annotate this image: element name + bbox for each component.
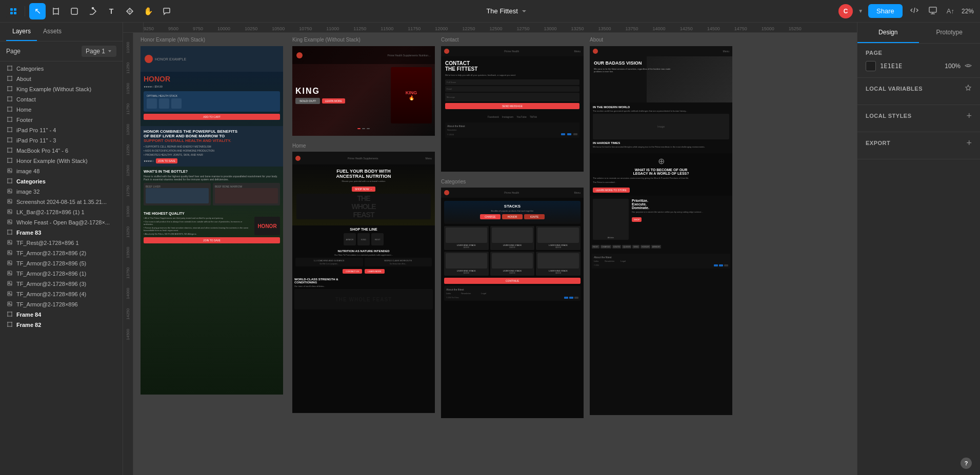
ruler-v-mark: 14000 [123,279,133,299]
layer-item[interactable]: TF_Armor@2-1728×896 (2) [0,248,123,258]
tab-design[interactable]: Design [857,23,919,43]
page-color-swatch[interactable] [866,61,876,71]
frame-layer-icon [6,322,13,328]
layer-item[interactable]: Categories [0,64,123,74]
tab-assets[interactable]: Assets [37,23,68,41]
local-variables-settings-button[interactable] [965,84,972,93]
layer-name: TF_Armor@2-1728×896 (4) [16,291,86,297]
svg-rect-70 [8,128,12,132]
canvas-area[interactable]: 9250950097501000010250105001075011000112… [123,23,857,475]
main-menu-button[interactable] [6,4,21,18]
pen-tool-button[interactable] [85,3,101,19]
frame-layer-icon [6,158,13,164]
svg-rect-97 [8,158,12,162]
main-area: Layers Assets Page Page 1 CategoriesAbou… [0,23,980,475]
layer-item[interactable]: Screenshot 2024-08-15 at 1.35.21... [0,197,123,207]
ruler-mark: 15250 [789,26,802,31]
code-view-button[interactable] [908,4,921,19]
topbar-right: C ▼ Share A↑ 22% [838,4,974,19]
layer-item[interactable]: Contact [0,94,123,105]
topbar-center: The Fittest [486,7,527,15]
layer-item[interactable]: Frame 83 [0,228,123,238]
share-button[interactable]: Share [868,4,903,18]
frame-tool-button[interactable] [48,3,64,19]
layer-name: TF_Rest@2-1728×896 1 [16,240,79,246]
page-dropdown[interactable]: Page 1 [82,46,116,57]
ruler-v-mark: 13250 [123,217,133,238]
layer-item[interactable]: Home [0,105,123,115]
layer-item[interactable]: TF_Armor@2-1728×896 [0,299,123,309]
page-color-row: 1E1E1E 100% [866,61,972,71]
layer-item[interactable]: Frame 84 [0,309,123,320]
layer-item[interactable]: iPad Pro 11" - 3 [0,135,123,146]
frame-king[interactable]: Prime Health Supplements Nutrition… KING… [292,46,435,136]
layer-name: Categories [16,178,46,184]
shape-tool-button[interactable] [66,3,83,19]
zoom-level[interactable]: 22% [962,8,974,15]
layer-item[interactable]: TF_Armor@2-1728×896 (5) [0,258,123,269]
image-layer-icon [6,168,13,174]
layer-item[interactable]: TF_Rest@2-1728×896 1 [0,238,123,248]
layer-item[interactable]: TF_Armor@2-1728×896 (4) [0,289,123,299]
layer-item[interactable]: Honor Example (With Stack) [0,156,123,166]
comment-tool-button[interactable] [158,3,175,19]
layer-name: Screenshot 2024-08-15 at 1.35.21... [16,199,107,205]
svg-rect-52 [8,107,12,111]
page-opacity[interactable]: 100% [945,63,961,70]
layer-item[interactable]: Frame 82 [0,320,123,330]
ruler-mark: 11500 [381,26,393,31]
layer-item[interactable]: TF_Armor@2-1728×896 (3) [0,279,123,289]
frame-layer-icon [6,137,13,143]
frame-about[interactable]: Menu OUR BADASS VISION We came to be the… [590,46,732,415]
frame-home[interactable]: Prime Health Supplements Menu FUEL YOUR … [292,152,435,413]
frame-label-categories: Categories [441,179,466,184]
frame-honor[interactable]: HONOR EXAMPLE HONOR ★★★★☆ $54.99 OPTIMAL… [141,46,283,395]
layer-name: Frame 82 [16,322,41,328]
ruler-mark: 12000 [435,26,448,31]
layer-item[interactable]: Categories [0,176,123,187]
page-dropdown-icon [107,49,112,54]
local-styles-add-button[interactable]: + [966,111,972,120]
export-add-button[interactable]: + [966,138,972,148]
frame-layer-icon [6,127,13,133]
layer-item[interactable]: MacBook Pro 14" - 6 [0,146,123,156]
layer-item[interactable]: LK_Bar@2-1728×896 (1) 1 [0,207,123,217]
layer-item[interactable]: iPad Pro 11" - 4 [0,125,123,135]
layer-item[interactable]: Footer [0,115,123,125]
layer-item[interactable]: image 48 [0,166,123,176]
move-tool-button[interactable]: ↖ [29,3,46,19]
page-color-hex[interactable]: 1E1E1E [880,63,902,70]
ruler-v-mark: 13750 [123,258,133,279]
page-section-header: Page [866,50,972,56]
layer-item[interactable]: About [0,74,123,84]
tab-prototype[interactable]: Prototype [919,23,981,43]
layer-name: TF_Armor@2-1728×896 (3) [16,281,86,287]
toggle-visibility-button[interactable] [965,62,972,71]
ruler-v-mark: 12750 [123,176,133,197]
component-tool-button[interactable] [122,3,138,19]
frame-label-contact: Contact [441,37,458,43]
layer-item[interactable]: King Example (Without Stack) [0,84,123,94]
canvas-with-ruler: 1100011250115001175012000122501250012750… [123,33,857,475]
frame-categories[interactable]: Prime HealthMenu STACKS Bundles of popul… [441,188,584,418]
present-button[interactable] [926,4,939,19]
layer-item[interactable]: image 32 [0,187,123,197]
layer-item[interactable]: TF_Armor@2-1728×896 (1) [0,269,123,279]
help-button[interactable]: ? [961,458,972,469]
svg-rect-2 [10,12,13,14]
local-variables-section: Local variables [857,78,980,105]
ruler-v-mark: 11750 [123,94,133,115]
font-settings-button[interactable]: A↑ [945,5,956,17]
ruler-mark: 14000 [653,26,666,31]
avatar-dropdown-icon[interactable]: ▼ [858,8,863,14]
help-area: ? [857,451,980,475]
frame-label-honor: Honor Example (With Stack) [141,37,205,43]
text-tool-button[interactable]: T [103,3,119,19]
hand-tool-button[interactable]: ✋ [140,3,156,19]
tab-layers[interactable]: Layers [6,23,37,41]
layer-name: iPad Pro 11" - 4 [16,127,56,133]
ruler-mark: 9750 [193,26,203,31]
layer-item[interactable]: Whole Feast - Open Bag@2-1728×... [0,217,123,228]
frame-contact[interactable]: Prime HealthMenu CONTACTTHE FITTEST We'r… [441,46,584,172]
canvas-content[interactable]: Honor Example (With Stack) HONOR EXAMPLE… [133,33,857,475]
